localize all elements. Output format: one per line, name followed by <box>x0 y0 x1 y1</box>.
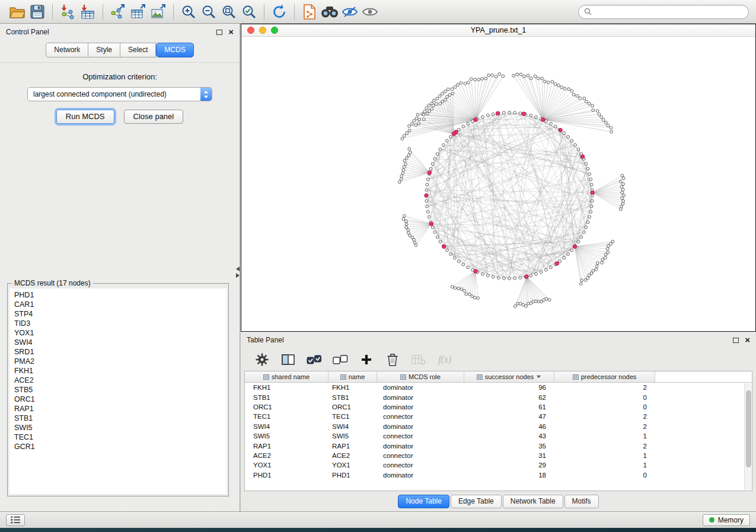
column-header-shared-name[interactable]: shared name <box>245 371 328 382</box>
column-header-name[interactable]: name <box>328 371 377 382</box>
table-cell[interactable]: 1 <box>554 452 655 459</box>
network-canvas[interactable] <box>241 37 755 331</box>
mcds-result-item[interactable]: GCR1 <box>9 442 227 451</box>
table-cell[interactable]: SWI4 <box>328 423 377 430</box>
table-cell[interactable]: dominator <box>377 384 464 391</box>
table-cell[interactable]: 0 <box>554 472 655 479</box>
table-cell[interactable]: dominator <box>377 443 464 450</box>
table-cell[interactable]: connector <box>377 462 464 469</box>
mcds-result-item[interactable]: CAR1 <box>9 300 227 309</box>
table-cell[interactable]: ORC1 <box>328 403 377 411</box>
refresh-layout-icon[interactable] <box>269 2 289 21</box>
table-row[interactable]: SWI4SWI4dominator462 <box>245 422 752 431</box>
table-cell[interactable]: 0 <box>554 403 655 411</box>
close-panel-icon[interactable]: × <box>228 29 234 35</box>
table-scrollbar-thumb[interactable] <box>746 390 751 467</box>
column-header-successor-nodes[interactable]: successor nodes <box>464 371 554 382</box>
table-cell[interactable]: 18 <box>464 472 554 479</box>
close-table-panel-icon[interactable]: × <box>745 337 750 343</box>
export-image-icon[interactable] <box>148 2 168 21</box>
table-cell[interactable]: ACE2 <box>245 452 328 459</box>
table-cell[interactable]: RAP1 <box>328 443 377 450</box>
table-cell[interactable]: 2 <box>554 384 655 391</box>
table-cell[interactable]: 96 <box>464 384 554 391</box>
zoom-fit-icon[interactable] <box>219 2 239 21</box>
tab-edge-table[interactable]: Edge Table <box>451 495 502 508</box>
tab-style[interactable]: Style <box>88 43 120 57</box>
run-mcds-button[interactable]: Run MCDS <box>56 110 114 124</box>
create-column-icon[interactable] <box>358 351 375 368</box>
mcds-result-item[interactable]: SWI4 <box>9 338 227 347</box>
share-document-icon[interactable] <box>299 2 320 21</box>
select-all-columns-icon[interactable] <box>306 351 323 368</box>
table-settings-icon[interactable] <box>254 351 270 368</box>
toggle-columns-icon[interactable] <box>280 351 296 368</box>
float-table-panel-icon[interactable] <box>733 338 739 343</box>
table-cell[interactable]: 1 <box>554 432 655 440</box>
float-panel-icon[interactable] <box>216 30 222 35</box>
table-cell[interactable]: 46 <box>464 423 554 430</box>
mcds-result-item[interactable]: FKH1 <box>9 366 227 376</box>
mcds-result-item[interactable]: ORC1 <box>9 395 227 404</box>
memory-button[interactable]: Memory <box>703 514 750 526</box>
table-row[interactable]: STB1STB1dominator620 <box>245 392 752 402</box>
status-menu-button[interactable] <box>6 514 25 526</box>
table-row[interactable]: YOX1YOX1connector291 <box>245 460 752 470</box>
network-view-titlebar[interactable]: YPA_prune.txt_1 <box>241 24 755 37</box>
import-network-icon[interactable] <box>58 2 78 21</box>
unselect-all-columns-icon[interactable] <box>332 351 349 368</box>
table-cell[interactable]: SWI5 <box>328 432 377 440</box>
table-cell[interactable]: 1 <box>554 462 655 469</box>
table-cell[interactable]: STB1 <box>328 394 377 401</box>
table-cell[interactable]: FKH1 <box>245 384 328 391</box>
collapse-left-icon[interactable] <box>236 267 240 271</box>
search-input[interactable] <box>595 8 743 16</box>
table-cell[interactable]: TEC1 <box>245 413 328 420</box>
table-cell[interactable]: PHD1 <box>245 472 328 479</box>
table-cell[interactable]: YOX1 <box>328 462 377 469</box>
table-cell[interactable]: ORC1 <box>245 403 328 411</box>
column-header-predecessor-nodes[interactable]: predecessor nodes <box>554 371 655 382</box>
table-row[interactable]: FKH1FKH1dominator962 <box>245 383 752 392</box>
table-cell[interactable]: connector <box>377 413 464 420</box>
export-network-icon[interactable] <box>108 2 128 21</box>
tab-network[interactable]: Network <box>46 43 88 57</box>
search-network-icon[interactable] <box>320 2 340 21</box>
table-cell[interactable]: connector <box>377 452 464 459</box>
column-header-mcds-role[interactable]: MCDS role <box>377 371 464 382</box>
search-box[interactable] <box>578 5 749 19</box>
mcds-result-item[interactable]: PHD1 <box>9 290 227 300</box>
save-session-icon[interactable] <box>27 2 47 21</box>
table-cell[interactable]: RAP1 <box>245 443 328 450</box>
table-cell[interactable]: dominator <box>377 423 464 430</box>
table-cell[interactable]: ACE2 <box>328 452 377 459</box>
show-all-icon[interactable] <box>360 2 380 21</box>
export-table-icon[interactable] <box>128 2 148 21</box>
table-cell[interactable]: 43 <box>464 432 554 440</box>
mcds-result-item[interactable]: STP4 <box>9 309 227 319</box>
mcds-result-item[interactable]: SWI5 <box>9 423 227 432</box>
collapse-right-icon[interactable] <box>236 273 240 278</box>
table-cell[interactable]: SWI5 <box>245 432 328 440</box>
table-cell[interactable]: 47 <box>464 413 554 420</box>
zoom-selected-icon[interactable] <box>239 2 259 21</box>
table-cell[interactable]: FKH1 <box>328 384 377 391</box>
splitter-collapse-handle[interactable] <box>234 264 241 280</box>
mcds-result-item[interactable]: TEC1 <box>9 432 227 442</box>
mcds-result-item[interactable]: TID3 <box>9 319 227 328</box>
zoom-in-icon[interactable] <box>178 2 199 21</box>
import-table-icon[interactable] <box>78 2 98 21</box>
delete-columns-icon[interactable] <box>384 351 401 368</box>
table-cell[interactable]: STB1 <box>245 394 328 401</box>
table-row[interactable]: SWI5SWI5connector431 <box>245 431 752 441</box>
table-row[interactable]: ORC1ORC1dominator610 <box>245 402 752 412</box>
table-cell[interactable]: dominator <box>377 472 464 479</box>
mcds-result-item[interactable]: PMA2 <box>9 357 227 366</box>
mcds-result-item[interactable]: RAP1 <box>9 404 227 414</box>
table-cell[interactable]: 62 <box>464 394 554 401</box>
table-cell[interactable]: TEC1 <box>328 413 377 420</box>
tab-motifs[interactable]: Motifs <box>564 495 599 508</box>
table-cell[interactable]: 0 <box>554 394 655 401</box>
table-row[interactable]: RAP1RAP1dominator352 <box>245 441 752 450</box>
network-graph[interactable] <box>241 37 755 331</box>
